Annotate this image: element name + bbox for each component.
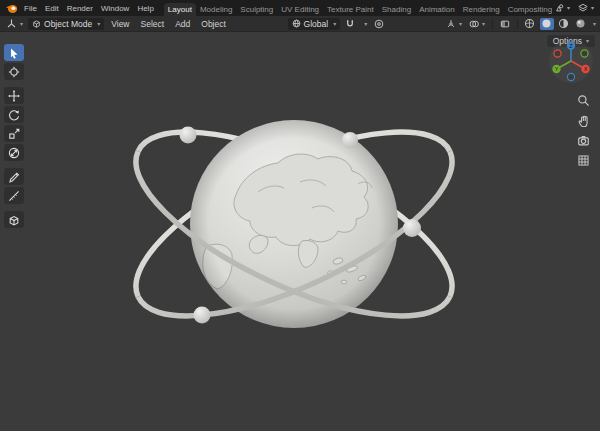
globe-sphere[interactable] xyxy=(190,120,398,328)
hand-icon xyxy=(577,114,590,127)
satellite-2[interactable] xyxy=(342,132,358,148)
transform-icon xyxy=(8,147,20,159)
viewport-header-right: ▾ ▾ xyxy=(444,18,596,30)
tab-animation[interactable]: Animation xyxy=(415,3,459,16)
measure-ruler-icon xyxy=(8,190,20,202)
x-axis-label: X xyxy=(584,66,588,72)
menu-select[interactable]: Select xyxy=(137,18,169,30)
annotate-pencil-icon xyxy=(8,171,20,183)
caret-icon: ▾ xyxy=(591,5,594,11)
neg-x-axis-handle[interactable] xyxy=(554,50,561,57)
transform-tool[interactable] xyxy=(4,144,24,161)
measure-tool[interactable] xyxy=(4,187,24,204)
separator xyxy=(517,19,518,29)
workspace-tabs: Layout Modeling Sculpting UV Editing Tex… xyxy=(164,0,552,16)
show-overlays-toggle[interactable]: ▾ xyxy=(467,18,487,30)
viewport-nav-controls xyxy=(574,92,592,168)
xray-toggle[interactable] xyxy=(498,18,512,30)
tab-uv-editing[interactable]: UV Editing xyxy=(277,3,323,16)
satellite-4[interactable] xyxy=(194,307,211,324)
wireframe-shading-icon xyxy=(524,18,535,29)
shading-rendered-button[interactable] xyxy=(574,18,588,30)
snap-toggle[interactable] xyxy=(343,18,357,30)
annotate-tool[interactable] xyxy=(4,168,24,185)
caret-icon: ▾ xyxy=(364,21,367,27)
shading-material-button[interactable] xyxy=(557,18,571,30)
add-cube-icon xyxy=(8,214,20,226)
menu-window[interactable]: Window xyxy=(97,2,133,15)
zoom-button[interactable] xyxy=(574,92,592,108)
move-icon xyxy=(8,90,20,102)
editor-type-button[interactable]: ▾ xyxy=(4,17,25,30)
select-cursor-icon xyxy=(8,47,20,59)
menu-edit[interactable]: Edit xyxy=(41,2,63,15)
proportional-editing-toggle[interactable] xyxy=(372,18,386,30)
menu-render[interactable]: Render xyxy=(63,2,97,15)
navigation-gizmo[interactable]: Z X Y xyxy=(548,38,594,84)
globe-icon xyxy=(292,19,301,28)
view-layer-selector[interactable]: ▾ xyxy=(576,2,596,14)
shading-solid-button[interactable] xyxy=(540,18,554,30)
scale-tool[interactable] xyxy=(4,125,24,142)
neg-y-axis-handle[interactable] xyxy=(581,50,588,57)
3d-viewport[interactable] xyxy=(0,32,600,431)
shading-options-caret[interactable]: ▾ xyxy=(593,21,596,27)
tab-texture-paint[interactable]: Texture Paint xyxy=(323,3,378,16)
move-tool[interactable] xyxy=(4,87,24,104)
camera-view-button[interactable] xyxy=(574,132,592,148)
mode-select-label: Object Mode xyxy=(44,19,92,29)
tab-layout[interactable]: Layout xyxy=(164,3,196,16)
snap-options[interactable]: ▾ xyxy=(360,20,369,28)
menu-object[interactable]: Object xyxy=(197,18,230,30)
overlays-icon xyxy=(469,19,479,29)
satellite-1[interactable] xyxy=(180,127,197,144)
solid-shading-icon xyxy=(541,18,552,29)
menu-view[interactable]: View xyxy=(107,18,133,30)
caret-icon: ▾ xyxy=(20,21,23,27)
3d-cursor-icon xyxy=(8,66,20,78)
shading-wireframe-button[interactable] xyxy=(523,18,537,30)
tab-shading[interactable]: Shading xyxy=(378,3,415,16)
scale-icon xyxy=(8,128,20,140)
tweak-select-tool[interactable] xyxy=(4,44,24,61)
menu-help[interactable]: Help xyxy=(133,2,157,15)
viewport-header: ▾ Object Mode ▾ View Select Add Object G… xyxy=(0,16,600,32)
magnifier-icon xyxy=(577,94,590,107)
rendered-shading-icon xyxy=(575,18,586,29)
rotate-icon xyxy=(8,109,20,121)
xray-icon xyxy=(500,19,510,29)
proportional-edit-icon xyxy=(374,19,384,29)
pan-button[interactable] xyxy=(574,112,592,128)
mode-select[interactable]: Object Mode ▾ xyxy=(28,18,104,30)
caret-icon: ▾ xyxy=(333,21,336,27)
tab-sculpting[interactable]: Sculpting xyxy=(236,3,277,16)
caret-icon: ▾ xyxy=(482,21,485,27)
rotate-tool[interactable] xyxy=(4,106,24,123)
tab-rendering[interactable]: Rendering xyxy=(459,3,504,16)
magnet-icon xyxy=(345,19,355,29)
object-mode-icon xyxy=(32,19,41,28)
transform-orientation-select[interactable]: Global ▾ xyxy=(288,18,341,30)
viewport-header-left: ▾ Object Mode ▾ View Select Add Object xyxy=(4,17,230,30)
orientation-label: Global xyxy=(304,19,329,29)
scene-selector[interactable]: ▾ xyxy=(552,2,572,14)
blender-logo-icon[interactable] xyxy=(4,2,18,14)
tab-compositing[interactable]: Compositing xyxy=(504,3,552,16)
add-cube-tool[interactable] xyxy=(4,211,24,228)
caret-icon: ▾ xyxy=(459,21,462,27)
tab-modeling[interactable]: Modeling xyxy=(196,3,236,16)
caret-icon: ▾ xyxy=(567,5,570,11)
cursor-tool[interactable] xyxy=(4,63,24,80)
show-gizmo-toggle[interactable]: ▾ xyxy=(444,18,464,30)
topbar: File Edit Render Window Help Layout Mode… xyxy=(0,0,600,16)
neg-z-axis-handle[interactable] xyxy=(567,73,574,80)
gizmo-icon xyxy=(446,19,456,29)
sphere-rim-shade xyxy=(190,120,398,328)
grid-icon xyxy=(577,154,590,167)
viewport-header-center: Global ▾ ▾ xyxy=(288,18,387,30)
menu-file[interactable]: File xyxy=(20,2,41,15)
separator xyxy=(492,19,493,29)
satellite-3[interactable] xyxy=(403,219,421,237)
toggle-orthographic-button[interactable] xyxy=(574,152,592,168)
menu-add[interactable]: Add xyxy=(171,18,194,30)
